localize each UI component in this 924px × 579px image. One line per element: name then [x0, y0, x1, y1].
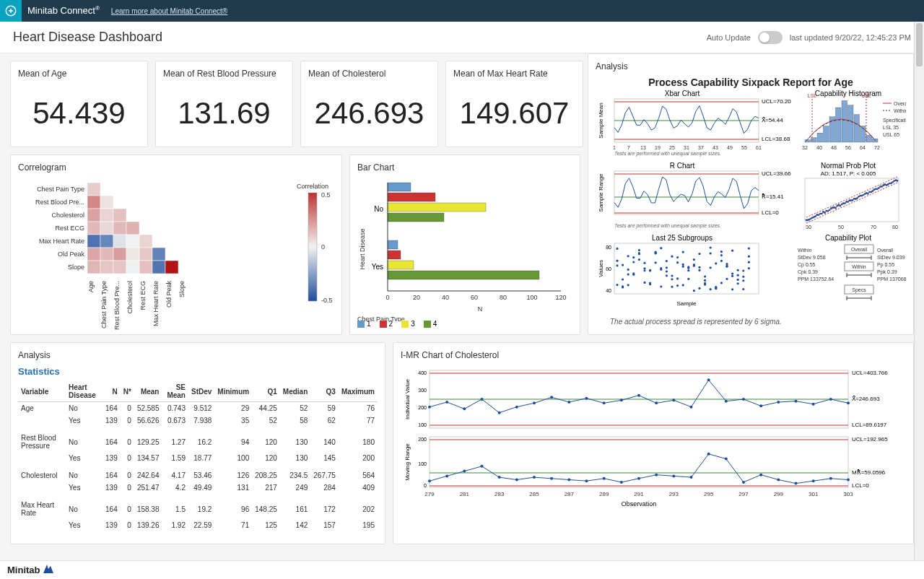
svg-point-105 — [622, 264, 624, 266]
svg-point-252 — [822, 211, 824, 213]
svg-rect-54 — [388, 240, 398, 249]
svg-point-174 — [715, 286, 717, 288]
svg-text:Max Heart Rate: Max Heart Rate — [39, 238, 84, 245]
svg-rect-216 — [866, 135, 872, 142]
metric-value: 149.607 — [453, 83, 575, 139]
svg-text:7: 7 — [627, 145, 630, 150]
svg-text:61: 61 — [756, 145, 762, 150]
svg-point-357 — [812, 403, 815, 406]
svg-rect-206 — [805, 140, 811, 142]
svg-text:300: 300 — [418, 388, 427, 393]
svg-point-253 — [824, 212, 826, 214]
vertical-scrollbar[interactable] — [914, 22, 924, 560]
metric-label: Mean of Age — [18, 69, 140, 79]
learn-more-link[interactable]: Learn more about Minitab Connect® — [111, 7, 227, 15]
svg-text:295: 295 — [704, 491, 714, 497]
svg-point-100 — [616, 248, 618, 250]
svg-point-199 — [748, 261, 750, 264]
svg-text:80: 80 — [500, 294, 507, 301]
svg-point-374 — [463, 470, 466, 473]
svg-point-160 — [698, 266, 700, 269]
svg-text:LCL=0: LCL=0 — [762, 209, 779, 216]
svg-rect-56 — [388, 261, 414, 269]
svg-point-350 — [690, 406, 693, 409]
svg-text:303: 303 — [843, 491, 853, 497]
svg-rect-52 — [388, 213, 444, 222]
svg-point-375 — [481, 465, 484, 468]
svg-point-142 — [671, 278, 673, 280]
svg-text:UCL=70.20: UCL=70.20 — [762, 98, 791, 105]
svg-text:19: 19 — [655, 145, 661, 150]
svg-point-345 — [603, 401, 606, 404]
svg-point-283 — [870, 191, 872, 193]
card-title: Analysis — [596, 61, 906, 71]
stats-title: Statistics — [18, 366, 378, 377]
metric-card-bp: Mean of Rest Blood Pressure 131.69 — [155, 61, 293, 147]
svg-point-346 — [620, 399, 623, 401]
svg-text:UCL=192.965: UCL=192.965 — [852, 436, 888, 443]
analysis-card: Analysis Statistics VariableHeart Diseas… — [10, 342, 385, 544]
svg-text:100: 100 — [526, 294, 537, 301]
svg-text:StDev  9.039: StDev 9.039 — [877, 255, 905, 260]
bar-chart[interactable]: NoYes Heart Disease 020406080100120 N Ch… — [357, 177, 574, 321]
svg-point-137 — [666, 266, 668, 269]
imr-chart[interactable]: UCL=403.766 X̄=246.693 LCL=89.6197 Indiv… — [401, 365, 899, 509]
auto-update-toggle[interactable] — [758, 31, 783, 44]
svg-text:32: 32 — [802, 145, 808, 150]
svg-text:Values: Values — [598, 260, 604, 277]
svg-text:Individual Value: Individual Value — [404, 379, 411, 419]
svg-text:279: 279 — [424, 491, 435, 497]
svg-text:Tests are performed with unequ: Tests are performed with unequal sample … — [614, 223, 721, 229]
svg-rect-49 — [388, 183, 411, 191]
svg-point-120 — [643, 269, 645, 271]
svg-point-379 — [550, 477, 553, 480]
svg-text:X̄=246.693: X̄=246.693 — [852, 396, 880, 402]
svg-point-101 — [616, 284, 618, 286]
svg-point-165 — [704, 282, 706, 284]
svg-text:56: 56 — [845, 145, 851, 150]
correlogram-chart[interactable]: Chest Pain TypeRest Blood Pre...Choleste… — [18, 177, 336, 336]
svg-point-383 — [620, 481, 623, 484]
svg-point-191 — [737, 274, 739, 277]
axis-label-x: N — [478, 305, 483, 313]
svg-text:Max Heart Rate: Max Heart Rate — [152, 281, 160, 326]
svg-point-376 — [498, 476, 501, 479]
svg-point-126 — [649, 269, 651, 271]
svg-point-394 — [812, 479, 815, 482]
svg-rect-6 — [113, 209, 126, 222]
svg-point-262 — [838, 204, 840, 206]
svg-text:PPM    137068.58: PPM 137068.58 — [877, 277, 906, 282]
sixpack-chart[interactable]: Process Capability Sixpack Report for Ag… — [596, 76, 906, 334]
svg-rect-9 — [113, 222, 126, 235]
axis-label-y: Heart Disease — [359, 228, 366, 269]
svg-text:Within: Within — [894, 108, 906, 113]
svg-text:293: 293 — [669, 491, 679, 497]
sixpack-title: Process Capability Sixpack Report for Ag… — [648, 77, 853, 88]
svg-text:72: 72 — [874, 145, 880, 150]
svg-text:80: 80 — [892, 225, 898, 230]
svg-point-169 — [710, 252, 712, 254]
svg-point-112 — [632, 256, 635, 258]
svg-text:Capability Histogram: Capability Histogram — [815, 90, 881, 97]
svg-rect-11 — [87, 235, 100, 248]
svg-point-386 — [672, 474, 675, 477]
svg-point-150 — [682, 251, 684, 253]
svg-rect-4 — [87, 209, 100, 222]
svg-text:Rest ECG: Rest ECG — [139, 281, 147, 310]
svg-point-281 — [867, 193, 869, 195]
svg-point-153 — [687, 266, 689, 268]
dashboard-header: Heart Disease Dashboard Auto Update last… — [0, 22, 924, 53]
svg-rect-7 — [87, 222, 100, 235]
svg-text:Specs: Specs — [852, 287, 866, 293]
svg-point-130 — [655, 251, 657, 253]
svg-point-136 — [666, 274, 668, 277]
svg-text:Within: Within — [852, 264, 866, 269]
svg-rect-21 — [152, 248, 165, 261]
svg-text:0: 0 — [321, 243, 325, 251]
svg-point-297 — [892, 181, 894, 183]
svg-point-131 — [655, 261, 657, 264]
svg-point-166 — [704, 279, 706, 282]
svg-point-146 — [676, 284, 679, 287]
svg-point-162 — [698, 269, 700, 271]
svg-text:25: 25 — [669, 145, 675, 150]
